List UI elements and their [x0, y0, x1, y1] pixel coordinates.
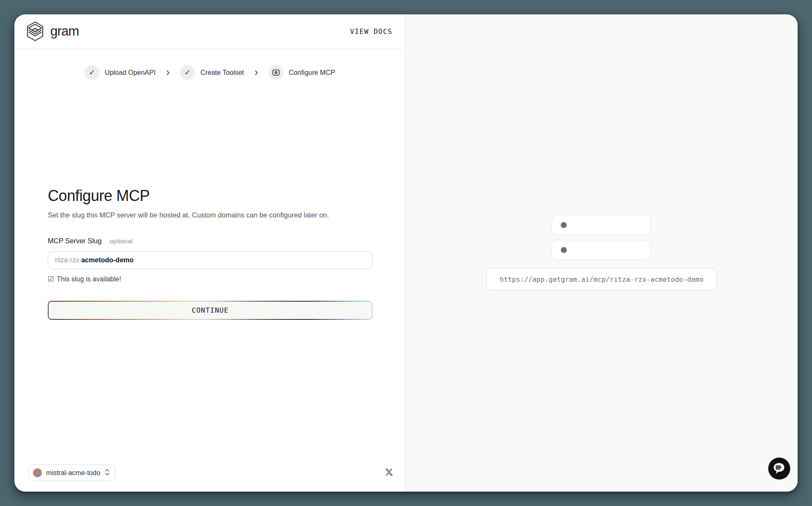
- step-label: Configure MCP: [289, 69, 335, 77]
- availability-text: This slug is available!: [57, 275, 121, 283]
- brand-wordmark: gram: [50, 24, 79, 39]
- check-icon: ✓: [85, 65, 99, 80]
- mcp-url-preview: https://app.getgram.ai/mcp/ritza-rzx-acm…: [486, 268, 717, 290]
- view-docs-link[interactable]: VIEW DOCS: [350, 28, 392, 36]
- mcp-slug-input[interactable]: ritza-rzx-acmetodo-demo: [48, 251, 373, 269]
- slug-field-label: MCP Server Slug: [48, 237, 102, 245]
- step-configure-mcp[interactable]: Configure MCP: [269, 65, 335, 80]
- mcp-settings-icon: [269, 65, 283, 80]
- slug-value: acmetodo-demo: [81, 256, 134, 264]
- setup-panel: gram VIEW DOCS ✓ Upload OpenAPI ✓ Create…: [14, 14, 406, 492]
- step-label: Create Toolset: [200, 69, 244, 77]
- project-avatar: [33, 468, 42, 477]
- step-upload-openapi[interactable]: ✓ Upload OpenAPI: [85, 65, 156, 80]
- continue-button[interactable]: CONTINUE: [48, 301, 373, 320]
- optional-badge: optional: [110, 237, 132, 245]
- slug-prefix: ritza-rzx-: [55, 256, 81, 264]
- preview-placeholder-card: [551, 215, 651, 235]
- app-window: gram VIEW DOCS ✓ Upload OpenAPI ✓ Create…: [14, 14, 798, 492]
- dot-icon: [561, 222, 567, 228]
- setup-stepper: ✓ Upload OpenAPI ✓ Create Toolset: [14, 65, 405, 80]
- page-title: Configure MCP: [48, 187, 150, 205]
- step-label: Upload OpenAPI: [105, 69, 156, 77]
- preview-placeholder-card: [551, 240, 651, 260]
- checkbox-checked-icon: ☑: [48, 275, 54, 283]
- step-create-toolset[interactable]: ✓ Create Toolset: [180, 65, 244, 80]
- x-logo-icon[interactable]: [385, 468, 393, 478]
- project-selector-value: mistral-acme-todo: [46, 469, 100, 477]
- page-description: Set the slug this MCP server will be hos…: [48, 211, 329, 219]
- gram-logo-icon: [26, 21, 44, 41]
- preview-panel: https://app.getgram.ai/mcp/ritza-rzx-acm…: [406, 14, 798, 492]
- brand: gram: [26, 21, 79, 41]
- chevron-right-icon: [165, 70, 170, 76]
- chevron-right-icon: [254, 70, 259, 76]
- up-down-chevrons-icon: [104, 468, 110, 478]
- slug-field-label-row: MCP Server Slug optional: [48, 237, 132, 245]
- dot-icon: [561, 247, 567, 253]
- project-selector[interactable]: mistral-acme-todo: [28, 465, 115, 481]
- slug-availability-status: ☑ This slug is available!: [48, 275, 121, 283]
- check-icon: ✓: [180, 65, 195, 80]
- chat-bubble-button[interactable]: [768, 457, 791, 480]
- header: gram VIEW DOCS: [14, 14, 405, 49]
